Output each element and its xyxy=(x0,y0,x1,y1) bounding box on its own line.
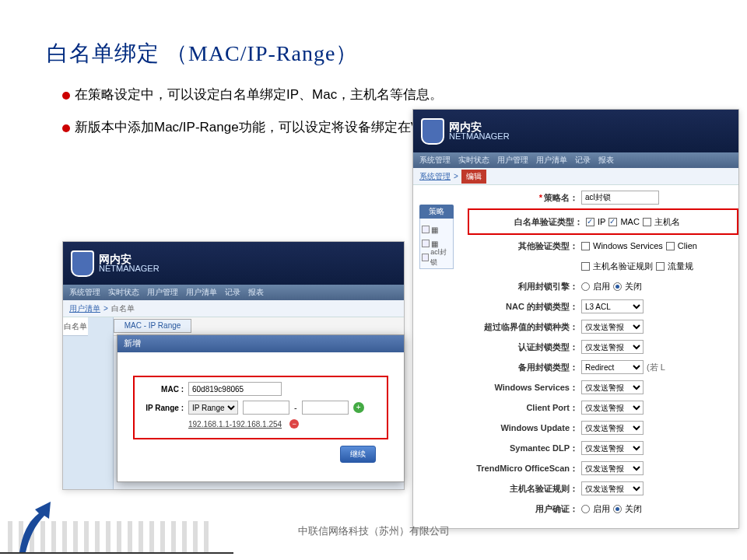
menu-users[interactable]: 用户管理 xyxy=(147,287,178,298)
chk-mac[interactable] xyxy=(608,218,617,226)
sel-winsvc[interactable]: 仅发送警报 xyxy=(581,380,644,394)
add-dialog: 新增 MAC : IP Range : IP Range - + 192.16 xyxy=(117,334,405,482)
shield-icon xyxy=(71,250,94,277)
lbl-winsvc: Windows Services： xyxy=(468,382,581,394)
sel-auth[interactable]: 仅发送警报 xyxy=(581,340,644,354)
ip-to-input[interactable] xyxy=(302,401,349,415)
menu-records-r[interactable]: 记录 xyxy=(575,155,591,166)
policy-strip: 策略 ▦ ▦ acl封锁 xyxy=(419,205,454,269)
chk-ip[interactable] xyxy=(586,218,594,226)
strip-item-3[interactable]: acl封锁 xyxy=(430,247,451,268)
menu-bar: 系统管理 实时状态 用户管理 用户清单 记录 报表 xyxy=(63,285,404,300)
shield-icon xyxy=(421,118,444,145)
lbl-winupd: Windows Update： xyxy=(468,422,581,434)
lbl-white-type: 白名单验证类型： xyxy=(472,216,586,228)
logo-cn-r: 网内安 xyxy=(449,122,510,131)
menu-reports-r[interactable]: 报表 xyxy=(598,155,614,166)
range-value: 192.168.1.1-192.168.1.254 xyxy=(188,420,282,429)
menu-status[interactable]: 实时状态 xyxy=(108,287,139,298)
chk-client[interactable] xyxy=(666,242,675,250)
lbl-backup: 备用封锁类型： xyxy=(468,362,581,373)
crumb-whitelist: 白名单 xyxy=(111,303,135,314)
menu-userlist-r[interactable]: 用户清单 xyxy=(536,155,567,166)
sel-hostrule[interactable]: 仅发送警报 xyxy=(581,481,644,495)
sel-clientport[interactable]: 仅发送警报 xyxy=(581,401,644,415)
inp-policy-name[interactable] xyxy=(581,191,659,205)
chk-hostrule[interactable] xyxy=(581,262,590,271)
rad-confirm-off[interactable] xyxy=(613,505,622,513)
company-name: 中联信网络科技（苏州）有限公司 xyxy=(0,524,747,538)
slide-title: 白名单绑定 （MAC/IP-Range） xyxy=(0,0,747,84)
lbl-thresh: 超过临界值的封锁种类： xyxy=(468,321,581,333)
lbl-auth: 认证封锁类型： xyxy=(468,341,581,353)
lbl-policy-name: 策略名： xyxy=(544,193,578,202)
delete-range-icon[interactable]: − xyxy=(289,419,299,429)
logo-en-r: NETMANAGER xyxy=(449,131,510,141)
tab-whitelist[interactable]: 白名单 xyxy=(63,317,88,336)
mac-label: MAC : xyxy=(141,385,184,394)
opt-host: 主机名 xyxy=(654,216,680,228)
rad-confirm-on[interactable] xyxy=(581,505,590,513)
continue-button[interactable]: 继续 xyxy=(340,446,376,463)
menu-reports[interactable]: 报表 xyxy=(248,287,264,298)
strip-chk-2[interactable] xyxy=(422,240,430,247)
chk-host[interactable] xyxy=(643,218,651,226)
add-range-icon[interactable]: + xyxy=(353,402,364,413)
menu-sys[interactable]: 系统管理 xyxy=(69,287,100,298)
strip-chk-1[interactable] xyxy=(422,226,430,233)
ip-from-input[interactable] xyxy=(243,401,289,415)
opt-block-on: 启用 xyxy=(593,281,610,292)
crumb-userlist[interactable]: 用户清单 xyxy=(69,303,100,314)
strip-chk-3[interactable] xyxy=(422,254,429,261)
chk-winsvc[interactable] xyxy=(581,242,590,250)
footer: 中联信网络科技（苏州）有限公司 xyxy=(0,513,747,560)
opt-flow: 流量规 xyxy=(668,261,693,272)
sel-nac[interactable]: L3 ACL xyxy=(581,299,644,313)
logo-bar-right: 网内安 NETMANAGER xyxy=(413,110,738,152)
opt-hostrule: 主机名验证规则 xyxy=(593,261,653,272)
dialog-title: 新增 xyxy=(117,335,404,352)
sel-thresh[interactable]: 仅发送警报 xyxy=(581,320,644,334)
crumb-sep: > xyxy=(103,304,108,313)
menu-records[interactable]: 记录 xyxy=(225,287,240,298)
bullet-1-text: 在策略设定中，可以设定白名单绑定IP、Mac，主机名等信息。 xyxy=(75,87,443,102)
crumb-sep-r: > xyxy=(454,172,458,180)
rad-block-on[interactable] xyxy=(581,282,590,291)
right-panel: 网内安 NETMANAGER 系统管理 实时状态 用户管理 用户清单 记录 报表… xyxy=(412,109,739,529)
menu-users-r[interactable]: 用户管理 xyxy=(497,155,528,166)
menu-sys-r[interactable]: 系统管理 xyxy=(419,155,451,166)
logo-text: 网内安 NETMANAGER xyxy=(449,122,510,141)
opt-block-off: 关闭 xyxy=(625,281,642,292)
lbl-other-type: 其他验证类型： xyxy=(468,240,581,252)
lbl-hostrule2: 主机名验证规则： xyxy=(468,483,581,495)
breadcrumb-left: 用户清单 > 白名单 xyxy=(63,300,404,317)
chk-flow[interactable] xyxy=(656,262,665,271)
bullet-dot-icon xyxy=(62,92,70,100)
backup-suffix: (若 L xyxy=(647,362,665,373)
opt-client: Clien xyxy=(678,241,697,250)
crumb-edit: 编辑 xyxy=(461,170,486,184)
iprange-select[interactable]: IP Range xyxy=(188,401,238,415)
bullet-dot-icon xyxy=(62,124,70,132)
opt-mac: MAC xyxy=(620,217,639,226)
sel-winupd[interactable]: 仅发送警报 xyxy=(581,421,644,435)
logo-cn: 网内安 xyxy=(99,254,160,264)
strip-header: 策略 xyxy=(419,205,454,219)
iprange-label: IP Range : xyxy=(141,404,184,412)
menu-userlist[interactable]: 用户清单 xyxy=(186,287,217,298)
tab-mac-ip-range[interactable]: MAC - IP Range xyxy=(114,319,191,333)
sel-trend[interactable]: 仅发送警报 xyxy=(581,461,644,475)
logo-text: 网内安 NETMANAGER xyxy=(99,254,160,273)
opt-winsvc: Windows Services xyxy=(593,241,663,250)
lbl-nac: NAC 的封锁类型： xyxy=(468,301,581,313)
whitelist-highlight: 白名单验证类型： IP MAC 主机名 xyxy=(468,208,738,235)
highlighted-fields: MAC : IP Range : IP Range - + 192.168.1.… xyxy=(133,376,388,439)
menu-status-r[interactable]: 实时状态 xyxy=(458,155,489,166)
sel-backup[interactable]: Redirect xyxy=(581,360,644,374)
lbl-block-ref: 利用封锁引擎： xyxy=(468,281,581,292)
sel-symdlp[interactable]: 仅发送警报 xyxy=(581,441,644,455)
mac-input[interactable] xyxy=(188,382,282,396)
crumb-sys[interactable]: 系统管理 xyxy=(419,171,451,182)
left-sidebar: 白名单 xyxy=(63,317,114,490)
rad-block-off[interactable] xyxy=(613,282,622,291)
